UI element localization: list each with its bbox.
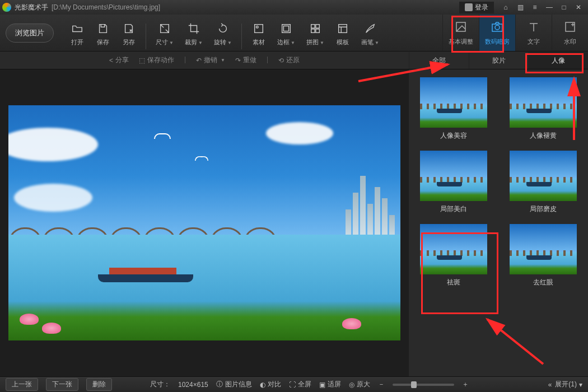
expand-chevron-icon[interactable]: «: [548, 381, 552, 389]
material-icon: [251, 21, 266, 36]
tool-saveas[interactable]: 另存: [116, 18, 141, 46]
cat-tab-film[interactable]: 胶片: [469, 52, 529, 69]
redo-button[interactable]: ↷重做: [235, 55, 256, 65]
tab-text-label: 文字: [528, 38, 540, 46]
tool-save-label: 保存: [97, 38, 109, 46]
orig-button[interactable]: ◎原大: [349, 380, 370, 389]
svg-rect-4: [311, 25, 315, 28]
share-icon: <: [109, 57, 113, 64]
tab-text[interactable]: 文字: [515, 15, 552, 51]
tab-basic-adjust[interactable]: 基本调整: [442, 15, 479, 51]
save-icon: [96, 21, 110, 36]
size-value: 1024×615: [178, 381, 208, 389]
title-bar: 光影魔术手 [D:\My Documents\Pictures\timg.jpg…: [0, 0, 588, 15]
fit-label: 适屏: [328, 380, 341, 389]
chevron-down-icon: ▼: [320, 40, 324, 45]
size-label: 尺寸：: [150, 380, 170, 389]
collage-icon: [308, 21, 323, 36]
saveas-icon: [122, 21, 136, 36]
tool-open-label: 打开: [71, 38, 83, 46]
fullscreen-button[interactable]: ⛶全屏: [289, 380, 311, 389]
effects-panel[interactable]: 人像美容 人像褪黄 局部美白 局部磨皮 祛斑 去红眼: [409, 69, 588, 376]
undo-button[interactable]: ↶撤销▼: [196, 55, 225, 65]
browse-label: 浏览图片: [15, 28, 44, 38]
zoom-thumb[interactable]: [411, 381, 417, 388]
tool-collage[interactable]: 拼图▼: [301, 18, 329, 46]
svg-rect-7: [316, 29, 319, 32]
delete-button[interactable]: 删除: [86, 378, 112, 391]
share-button[interactable]: <分享: [109, 55, 129, 65]
save-action-button[interactable]: ⬚保存动作: [139, 55, 174, 65]
prev-button[interactable]: 上一张: [6, 378, 38, 391]
chevron-down-icon: ▾: [579, 381, 582, 389]
chevron-down-icon: ▼: [169, 40, 174, 45]
text-icon: [526, 20, 541, 34]
fullscreen-label: 全屏: [298, 380, 311, 389]
chevron-down-icon: ▼: [291, 40, 295, 45]
orig-label: 原大: [357, 380, 370, 389]
zoom-in-icon[interactable]: ＋: [462, 380, 469, 389]
effect-thumb[interactable]: 去红眼: [504, 224, 582, 287]
tab-basic-adjust-label: 基本调整: [449, 38, 473, 46]
brush-icon: [363, 21, 377, 36]
compare-button[interactable]: ◐对比: [260, 380, 281, 389]
svg-point-1: [256, 26, 258, 28]
avatar-icon: [465, 3, 473, 11]
expand-button[interactable]: 展开(1) ▾: [555, 380, 582, 389]
main-area: 人像美容 人像褪黄 局部美白 局部磨皮 祛斑 去红眼: [0, 69, 588, 376]
tool-border[interactable]: 边框▼: [272, 18, 300, 46]
zoom-slider[interactable]: [393, 384, 454, 386]
tool-material-label: 素材: [253, 38, 265, 46]
effect-thumb[interactable]: 局部磨皮: [504, 151, 582, 214]
effect-thumb[interactable]: 人像美容: [414, 77, 493, 141]
tool-crop[interactable]: 裁剪▼: [180, 18, 208, 46]
tool-template[interactable]: 模板: [330, 18, 355, 46]
home-icon[interactable]: ⌂: [498, 2, 513, 13]
tool-material[interactable]: 素材: [246, 18, 271, 46]
login-button[interactable]: 登录: [459, 2, 494, 13]
adjust-icon: [454, 20, 468, 34]
cat-tab-all[interactable]: 全部: [409, 52, 469, 69]
tab-watermark-label: 水印: [564, 38, 576, 46]
maximize-button[interactable]: □: [557, 2, 571, 13]
zoom-out-icon[interactable]: －: [378, 380, 385, 389]
effect-label: 去红眼: [533, 278, 553, 287]
restore-icon: ⟲: [278, 57, 284, 64]
info-button[interactable]: ⓘ图片信息: [216, 380, 252, 389]
close-button[interactable]: ✕: [571, 2, 586, 13]
next-label: 下一张: [52, 380, 72, 388]
restore-button[interactable]: ⟲还原: [278, 55, 300, 65]
skin-icon[interactable]: ▥: [513, 2, 528, 13]
browse-button[interactable]: 浏览图片: [6, 24, 54, 43]
tool-size[interactable]: 尺寸▼: [151, 18, 179, 46]
tool-open[interactable]: 打开: [65, 18, 90, 46]
cat-tab-portrait[interactable]: 人像: [528, 52, 588, 69]
tab-watermark[interactable]: 水印: [552, 15, 588, 51]
menu-icon[interactable]: ≡: [528, 2, 542, 13]
category-tabs: 全部 胶片 人像: [409, 52, 588, 69]
next-button[interactable]: 下一张: [46, 378, 78, 391]
tool-brush[interactable]: 画笔▼: [356, 18, 384, 46]
camera-icon: [490, 20, 505, 34]
effect-thumb[interactable]: 局部美白: [414, 151, 493, 214]
login-label: 登录: [475, 3, 488, 12]
canvas-area[interactable]: [0, 69, 409, 376]
svg-rect-6: [311, 29, 315, 32]
chevron-down-icon: ▼: [227, 40, 232, 45]
cat-film-label: 胶片: [492, 57, 506, 64]
effect-preview: [420, 77, 487, 128]
tool-rotate[interactable]: 旋转▼: [209, 18, 237, 46]
effect-preview: [420, 151, 487, 201]
effect-label: 人像褪黄: [530, 131, 557, 141]
fit-button[interactable]: ▣适屏: [319, 380, 341, 389]
effect-thumb[interactable]: 人像褪黄: [504, 77, 582, 141]
orig-icon: ◎: [349, 381, 354, 389]
tool-brush-label: 画笔: [361, 39, 374, 45]
tool-save[interactable]: 保存: [91, 18, 115, 46]
delete-label: 删除: [92, 380, 106, 388]
tab-darkroom[interactable]: 数码暗房: [479, 15, 515, 51]
minimize-button[interactable]: —: [542, 2, 557, 13]
effect-thumb[interactable]: 祛斑: [414, 224, 493, 287]
tool-saveas-label: 另存: [123, 38, 135, 46]
save-action-label: 保存动作: [147, 55, 174, 65]
